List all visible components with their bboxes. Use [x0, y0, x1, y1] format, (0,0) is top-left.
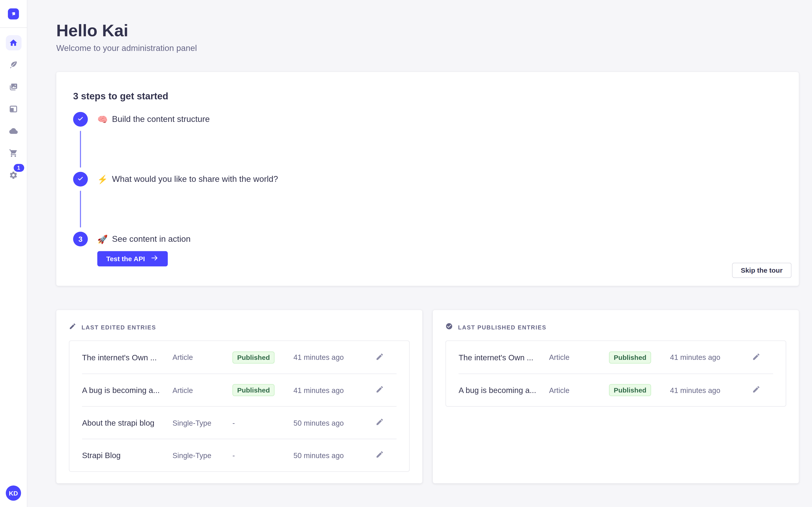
sidebar-item-media-library[interactable]	[5, 79, 21, 95]
home-icon	[9, 38, 18, 47]
entry-type: Single-Type	[172, 451, 233, 459]
step-share-with-world: ⚡ What would you like to share with the …	[73, 172, 782, 186]
status-badge: Published	[233, 384, 275, 396]
entry-title: Strapi Blog	[82, 451, 172, 460]
media-library-icon	[9, 82, 18, 92]
cloud-icon	[9, 127, 18, 136]
entry-title: The internet's Own ...	[459, 353, 549, 362]
content-type-builder-icon	[9, 105, 18, 114]
last-edited-header: LAST EDITED ENTRIES	[69, 323, 410, 332]
step-connector-line	[80, 191, 81, 227]
status-badge: Published	[233, 351, 275, 363]
skip-the-tour-button[interactable]: Skip the tour	[732, 263, 792, 278]
entry-type: Article	[549, 386, 609, 394]
table-row: Strapi Blog Single-Type - 50 minutes ago	[82, 439, 397, 471]
brain-emoji: 🧠	[97, 114, 108, 124]
entry-title: About the strapi blog	[82, 418, 172, 427]
entry-time: 50 minutes ago	[294, 418, 373, 427]
entry-time: 41 minutes ago	[294, 386, 373, 394]
entry-title: A bug is becoming a...	[459, 386, 549, 395]
entry-type: Article	[549, 353, 609, 361]
edit-entry-button[interactable]	[373, 449, 386, 461]
step-see-content-in-action: 3 🚀 See content in action	[73, 232, 782, 246]
pencil-icon	[752, 385, 760, 395]
step-done-check-circle	[73, 172, 88, 186]
table-row: About the strapi blog Single-Type - 50 m…	[82, 406, 397, 439]
arrow-right-icon	[150, 254, 159, 264]
last-edited-table: The internet's Own ... Article Published…	[69, 340, 410, 472]
status-badge: Published	[609, 351, 651, 363]
last-published-header: LAST PUBLISHED ENTRIES	[446, 323, 786, 332]
last-published-entries-card: LAST PUBLISHED ENTRIES The internet's Ow…	[433, 310, 799, 483]
lightning-emoji: ⚡	[97, 174, 108, 184]
sidebar-item-content-manager[interactable]	[5, 57, 21, 72]
status-badge: -	[233, 451, 235, 459]
entry-type: Article	[172, 353, 233, 361]
status-badge: Published	[609, 384, 651, 396]
marketplace-cart-icon	[9, 149, 18, 158]
last-edited-entries-card: LAST EDITED ENTRIES The internet's Own .…	[56, 310, 422, 483]
sidebar: 1 KD	[0, 0, 27, 507]
edit-entry-button[interactable]	[373, 384, 386, 396]
entry-type: Article	[172, 386, 233, 394]
table-row: A bug is becoming a... Article Published…	[82, 374, 397, 406]
strapi-logo-icon	[8, 8, 19, 19]
sidebar-item-home[interactable]	[5, 35, 21, 51]
last-published-table: The internet's Own ... Article Published…	[446, 340, 786, 407]
cta-row: Test the API	[97, 251, 782, 267]
check-circle-icon	[446, 323, 453, 332]
edit-entry-button[interactable]	[750, 384, 763, 396]
card-title: LAST EDITED ENTRIES	[82, 324, 156, 331]
onboarding-steps: 🧠 Build the content structure ⚡ What wou…	[73, 112, 782, 266]
content-manager-feather-icon	[9, 60, 18, 69]
sidebar-item-cloud[interactable]	[5, 123, 21, 139]
entry-title: The internet's Own ...	[82, 353, 172, 362]
sidebar-nav: 1	[5, 28, 21, 183]
sidebar-item-marketplace[interactable]	[5, 146, 21, 161]
status-badge: -	[233, 418, 235, 427]
entry-time: 50 minutes ago	[294, 451, 373, 459]
entry-type: Single-Type	[172, 418, 233, 427]
step-connector-line	[80, 131, 81, 168]
entry-time: 41 minutes ago	[670, 353, 750, 361]
page-subtitle: Welcome to your administration panel	[56, 42, 799, 55]
entries-cards-row: LAST EDITED ENTRIES The internet's Own .…	[56, 310, 799, 483]
check-icon	[77, 175, 84, 184]
edit-entry-button[interactable]	[373, 351, 386, 364]
table-row: The internet's Own ... Article Published…	[459, 341, 773, 374]
entry-time: 41 minutes ago	[670, 386, 750, 394]
page-title: Hello Kai	[56, 20, 799, 41]
pencil-icon	[375, 385, 384, 395]
entry-time: 41 minutes ago	[294, 353, 373, 361]
check-icon	[77, 115, 84, 124]
settings-gear-icon	[9, 171, 18, 180]
edit-entry-button[interactable]	[750, 351, 763, 364]
entry-title: A bug is becoming a...	[82, 386, 172, 395]
step-build-content-structure: 🧠 Build the content structure	[73, 112, 782, 127]
pencil-icon	[752, 352, 760, 362]
onboarding-title: 3 steps to get started	[73, 90, 782, 103]
onboarding-card: 3 steps to get started 🧠 Build the conte…	[56, 72, 799, 286]
test-the-api-button[interactable]: Test the API	[97, 251, 167, 267]
step-label: 🚀 See content in action	[97, 234, 191, 244]
strapi-logo-link[interactable]	[0, 0, 27, 28]
notification-badge: 1	[13, 164, 24, 172]
sidebar-item-settings[interactable]: 1	[5, 168, 21, 183]
card-title: LAST PUBLISHED ENTRIES	[458, 324, 547, 331]
main-content: Hello Kai Welcome to your administration…	[27, 0, 812, 507]
user-avatar[interactable]: KD	[6, 485, 21, 501]
table-row: The internet's Own ... Article Published…	[82, 341, 397, 374]
pencil-icon	[375, 450, 384, 460]
step-label: ⚡ What would you like to share with the …	[97, 174, 278, 184]
edit-entry-button[interactable]	[373, 416, 386, 429]
step-number-circle: 3	[73, 232, 88, 246]
pencil-icon	[375, 418, 384, 428]
step-label: 🧠 Build the content structure	[97, 114, 210, 124]
rocket-emoji: 🚀	[97, 234, 108, 244]
pencil-icon	[375, 352, 384, 362]
table-row: A bug is becoming a... Article Published…	[459, 374, 773, 406]
step-done-check-circle	[73, 112, 88, 127]
pencil-icon	[69, 323, 76, 332]
sidebar-item-content-type-builder[interactable]	[5, 101, 21, 117]
app-window: 1 KD Hello Kai Welcome to your administr…	[0, 0, 812, 507]
